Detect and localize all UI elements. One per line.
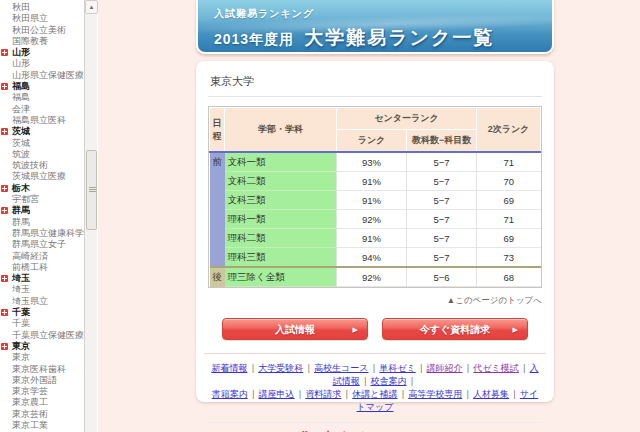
exam-info-button[interactable]: 入試情報 ▶ xyxy=(222,318,368,340)
sidebar-scrollbar[interactable]: ▲ xyxy=(84,0,97,432)
department-cell[interactable]: 理三除く全類 xyxy=(225,267,337,287)
secondary-rank-cell: 71 xyxy=(477,210,541,229)
sidebar-university-link[interactable]: 国際教養 xyxy=(0,36,84,47)
sidebar-university-link[interactable]: 福島 xyxy=(0,92,84,103)
sidebar-university-link[interactable]: 高崎経済 xyxy=(0,251,84,262)
sidebar-university-link[interactable]: 前橋工科 xyxy=(0,262,84,273)
sidebar-university-link[interactable]: 東京工業 xyxy=(0,420,84,431)
footer-divider xyxy=(204,353,546,354)
sidebar-university-link[interactable]: 群馬県立女子 xyxy=(0,239,84,250)
footer-nav-link[interactable]: 代ゼミ模試 xyxy=(473,363,518,373)
expand-plus-icon[interactable] xyxy=(1,83,8,90)
request-docs-button-label: 今すぐ資料請求 xyxy=(420,324,490,335)
sidebar-item-label: 秋田県立 xyxy=(12,13,48,23)
sidebar-university-link[interactable]: 秋田 xyxy=(0,2,84,13)
expand-plus-icon[interactable] xyxy=(1,185,8,192)
subjects-count-cell: 5−6 xyxy=(407,267,477,287)
page-top-link[interactable]: ▲このページのトップへ xyxy=(208,295,542,307)
expand-plus-icon[interactable] xyxy=(1,128,8,135)
sidebar-prefecture-item[interactable]: 福島 xyxy=(0,81,84,92)
sidebar-university-link[interactable]: 秋田公立美術 xyxy=(0,25,84,36)
department-cell[interactable]: 理科一類 xyxy=(225,210,337,229)
sidebar-university-link[interactable]: 筑波技術 xyxy=(0,160,84,171)
scrollbar-grip-icon xyxy=(89,187,96,193)
link-separator: ｜ xyxy=(249,389,258,399)
expand-plus-icon[interactable] xyxy=(1,275,8,282)
sidebar-university-link[interactable]: 山形県立保健医療 xyxy=(0,70,84,81)
sidebar-item-label: 福島 xyxy=(12,81,30,91)
exam-info-button-label: 入試情報 xyxy=(275,324,315,335)
sidebar-item-label: 茨城 xyxy=(12,126,30,136)
scroll-up-button[interactable]: ▲ xyxy=(85,0,98,14)
sidebar-university-link[interactable]: 山形 xyxy=(0,58,84,69)
expand-plus-icon[interactable] xyxy=(1,207,8,214)
footer-logo-row: SAPIX YOZEMI GROUP 代々木ゼミナール プライバシーポリシー ハ… xyxy=(208,422,542,432)
sidebar-university-link[interactable]: 東京学芸 xyxy=(0,386,84,397)
department-cell[interactable]: 文科二類 xyxy=(225,172,337,191)
footer-nav-link[interactable]: 校舎案内 xyxy=(371,376,407,386)
center-rank-cell: 91% xyxy=(337,191,407,210)
sidebar-university-link[interactable]: 茨城 xyxy=(0,138,84,149)
sidebar-prefecture-item[interactable]: 栃木 xyxy=(0,183,84,194)
link-separator: ｜ xyxy=(369,363,378,373)
sidebar-university-link[interactable]: 宇都宮 xyxy=(0,194,84,205)
footer-nav-link[interactable]: 講師紹介 xyxy=(427,363,463,373)
expand-plus-icon[interactable] xyxy=(1,49,8,56)
footer-nav-link[interactable]: 新着情報 xyxy=(211,363,247,373)
footer-nav-link[interactable]: 講座申込 xyxy=(259,389,295,399)
sidebar-university-link[interactable]: 群馬 xyxy=(0,217,84,228)
footer-nav-link[interactable]: 人材募集 xyxy=(473,389,509,399)
department-cell[interactable]: 文科三類 xyxy=(225,191,337,210)
sidebar-item-label: 宇都宮 xyxy=(12,194,39,204)
sidebar-item-label: 東京外国語 xyxy=(12,375,57,385)
sidebar-university-link[interactable]: 埼玉 xyxy=(0,284,84,295)
sidebar-prefecture-item[interactable]: 茨城 xyxy=(0,126,84,137)
sidebar-university-link[interactable]: 東京農工 xyxy=(0,397,84,408)
sidebar-prefecture-item[interactable]: 千葉 xyxy=(0,307,84,318)
sidebar-prefecture-item[interactable]: 山形 xyxy=(0,47,84,58)
footer-nav-link[interactable]: 休講と補講 xyxy=(352,389,397,399)
sidebar-university-link[interactable]: 茨城県立医療 xyxy=(0,171,84,182)
arrow-right-icon: ▶ xyxy=(353,319,358,340)
sidebar-university-link[interactable]: 千葉 xyxy=(0,318,84,329)
expand-plus-icon[interactable] xyxy=(1,343,8,350)
sidebar-university-link[interactable]: 千葉県立保健医療 xyxy=(0,330,84,341)
sidebar-prefecture-item[interactable]: 埼玉 xyxy=(0,273,84,284)
footer-nav-link[interactable]: 単科ゼミ xyxy=(379,363,415,373)
secondary-rank-cell: 69 xyxy=(477,191,541,210)
sidebar-prefecture-item[interactable]: 群馬 xyxy=(0,205,84,216)
col-header-rank: ランク xyxy=(337,130,407,153)
department-cell[interactable]: 理科二類 xyxy=(225,229,337,248)
department-cell[interactable]: 文科一類 xyxy=(225,152,337,172)
request-docs-button[interactable]: 今すぐ資料請求 ▶ xyxy=(382,318,528,340)
sidebar-university-link[interactable]: 群馬県立健康科学 xyxy=(0,228,84,239)
footer-nav-link[interactable]: 書籍案内 xyxy=(212,389,248,399)
sidebar-university-link[interactable]: 東京外国語 xyxy=(0,375,84,386)
sidebar-university-link[interactable]: 筑波 xyxy=(0,149,84,160)
footer-nav-link[interactable]: 高校生コース xyxy=(314,363,368,373)
university-title: 東京大学 xyxy=(208,71,542,97)
sidebar-university-link[interactable]: 秋田県立 xyxy=(0,13,84,24)
footer-nav-link[interactable]: 大学受験科 xyxy=(258,363,303,373)
link-separator: ｜ xyxy=(520,363,529,373)
sidebar-university-link[interactable]: 福島県立医科 xyxy=(0,115,84,126)
link-separator: ｜ xyxy=(398,389,407,399)
sidebar-university-link[interactable]: 埼玉県立 xyxy=(0,296,84,307)
sidebar-prefecture-item[interactable]: 東京 xyxy=(0,341,84,352)
sidebar-university-link[interactable]: 会津 xyxy=(0,104,84,115)
sidebar-university-link[interactable]: 東京芸術 xyxy=(0,409,84,420)
sidebar-item-label: 東京農工 xyxy=(12,397,48,407)
footer-nav-link[interactable]: 資料請求 xyxy=(305,389,341,399)
scrollbar-thumb[interactable] xyxy=(86,150,97,230)
sidebar-university-link[interactable]: 東京医科歯科 xyxy=(0,364,84,375)
sidebar-item-label: 千葉 xyxy=(12,318,30,328)
sidebar-item-label: 埼玉県立 xyxy=(12,296,48,306)
footer-nav-link[interactable]: 高等学校専用 xyxy=(408,389,462,399)
ranking-banner: 入試難易ランキング 2013年度用 大学難易ランク一覧 xyxy=(196,0,554,54)
sidebar-item-label: 秋田 xyxy=(12,2,30,12)
expand-plus-icon[interactable] xyxy=(1,309,8,316)
department-cell[interactable]: 理科三類 xyxy=(225,248,337,268)
sidebar-university-link[interactable]: 東京 xyxy=(0,352,84,363)
sidebar-item-label: 茨城 xyxy=(12,138,30,148)
sidebar-item-label: 前橋工科 xyxy=(12,262,48,272)
